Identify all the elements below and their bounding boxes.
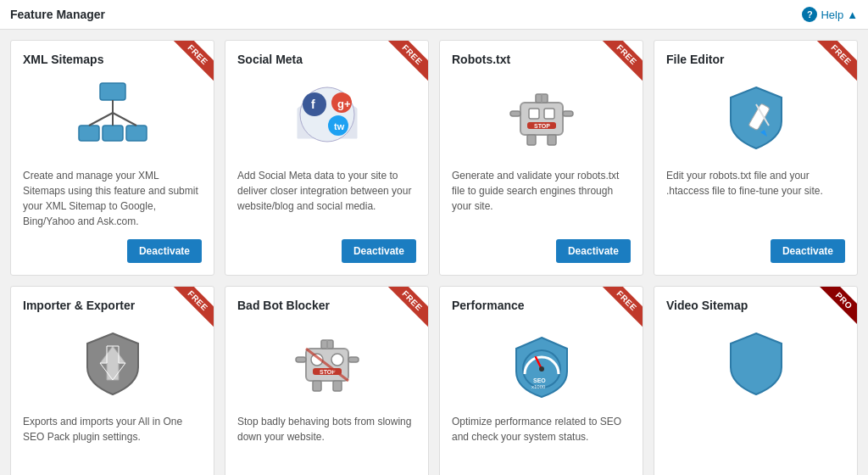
svg-rect-3: [126, 126, 147, 141]
feature-card-bad-bot-blocker: FREE Bad Bot Blocker STOP Stop badly beh…: [225, 286, 429, 475]
badge-file-editor: FREE: [815, 41, 857, 81]
svg-line-7: [113, 113, 136, 126]
badge-importer-exporter: FREE: [171, 287, 214, 327]
svg-text:tw: tw: [334, 121, 345, 131]
svg-rect-24: [563, 111, 573, 116]
feature-card-importer-exporter: FREE Importer & Exporter Exports and imp…: [10, 286, 214, 475]
feature-desc-importer-exporter: Exports and imports your All in One SEO …: [23, 414, 202, 468]
svg-text:f: f: [311, 98, 315, 111]
feature-card-social-meta: FREE Social Meta f g+ tw Add Social Meta…: [225, 40, 429, 276]
feature-card-performance: FREE Performance SEO x1000 Optimize perf…: [439, 286, 643, 475]
feature-card-file-editor: FREE File Editor Edit your robots.txt fi…: [654, 40, 858, 276]
deactivate-button-social-meta[interactable]: Deactivate: [342, 239, 416, 263]
badge-xml-sitemaps: FREE: [171, 41, 214, 81]
badge-corner-video-sitemap: PRO: [806, 287, 857, 338]
svg-rect-17: [529, 109, 539, 119]
svg-rect-42: [313, 381, 321, 391]
svg-rect-40: [296, 357, 306, 362]
svg-line-5: [89, 113, 113, 126]
badge-corner-xml-sitemaps: FREE: [163, 41, 214, 92]
badge-bad-bot-blocker: FREE: [386, 287, 428, 327]
svg-rect-41: [348, 357, 359, 362]
badge-corner-robots-txt: FREE: [592, 41, 643, 92]
badge-performance: FREE: [600, 287, 643, 327]
svg-rect-0: [100, 83, 125, 100]
svg-text:STOP: STOP: [534, 123, 550, 129]
feature-desc-robots-txt: Generate and validate your robots.txt fi…: [452, 168, 631, 229]
page-header: Feature Manager ? Help ▲: [0, 0, 868, 30]
svg-rect-18: [544, 109, 554, 119]
deactivate-button-xml-sitemaps[interactable]: Deactivate: [127, 239, 202, 263]
help-button[interactable]: ? Help ▲: [802, 7, 858, 22]
feature-desc-file-editor: Edit your robots.txt file and your .htac…: [666, 168, 845, 229]
feature-desc-video-sitemap: [666, 414, 845, 473]
svg-rect-16: [520, 103, 563, 135]
features-grid: FREE XML Sitemaps Create and manage your…: [10, 40, 858, 475]
feature-card-robots-txt: FREE Robots.txt STOP Generate and valida…: [439, 40, 643, 276]
badge-video-sitemap: PRO: [819, 287, 857, 326]
badge-corner-social-meta: FREE: [377, 41, 428, 92]
badge-social-meta: FREE: [386, 41, 428, 81]
badge-corner-bad-bot-blocker: FREE: [377, 287, 428, 338]
svg-rect-26: [548, 135, 556, 145]
svg-rect-25: [527, 135, 536, 145]
svg-rect-2: [103, 126, 123, 141]
feature-desc-xml-sitemaps: Create and manage your XML Sitemaps usin…: [23, 168, 202, 229]
feature-desc-social-meta: Add Social Meta data to your site to del…: [237, 168, 416, 229]
feature-card-video-sitemap: PRO Video Sitemap Pro Version Only: [654, 286, 858, 475]
feature-desc-performance: Optimize performance related to SEO and …: [452, 414, 631, 468]
help-icon: ?: [802, 7, 817, 22]
badge-corner-importer-exporter: FREE: [163, 287, 214, 338]
main-content: FREE XML Sitemaps Create and manage your…: [0, 30, 868, 475]
deactivate-button-file-editor[interactable]: Deactivate: [771, 239, 845, 263]
feature-desc-bad-bot-blocker: Stop badly behaving bots from slowing do…: [237, 414, 416, 468]
svg-text:SEO: SEO: [533, 377, 546, 383]
svg-rect-43: [333, 381, 342, 391]
deactivate-button-robots-txt[interactable]: Deactivate: [556, 239, 631, 263]
page-title: Feature Manager: [10, 8, 105, 21]
svg-text:g+: g+: [337, 98, 351, 110]
badge-corner-performance: FREE: [592, 287, 643, 338]
svg-point-46: [539, 366, 544, 372]
badge-robots-txt: FREE: [600, 41, 643, 81]
svg-text:x1000: x1000: [531, 384, 546, 389]
svg-rect-23: [510, 111, 520, 116]
feature-card-xml-sitemaps: FREE XML Sitemaps Create and manage your…: [10, 40, 214, 276]
svg-rect-1: [79, 126, 99, 141]
svg-point-34: [331, 354, 343, 366]
badge-corner-file-editor: FREE: [806, 41, 857, 92]
